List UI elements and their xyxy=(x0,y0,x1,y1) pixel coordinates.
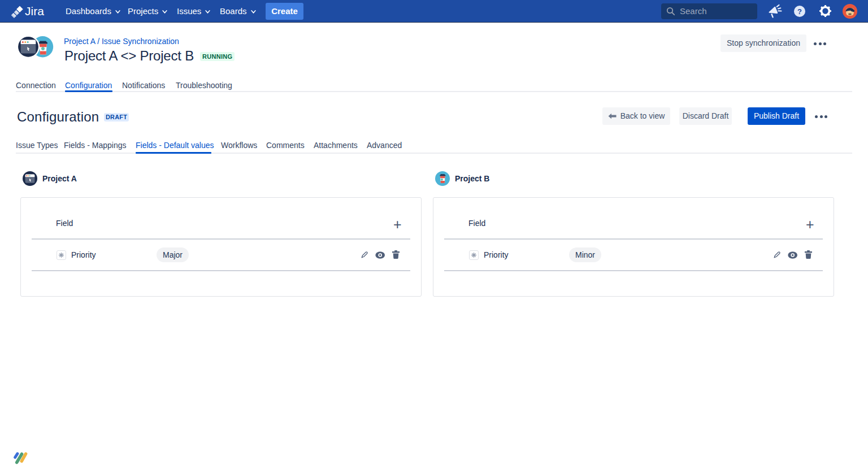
svg-text:?: ? xyxy=(797,7,802,16)
